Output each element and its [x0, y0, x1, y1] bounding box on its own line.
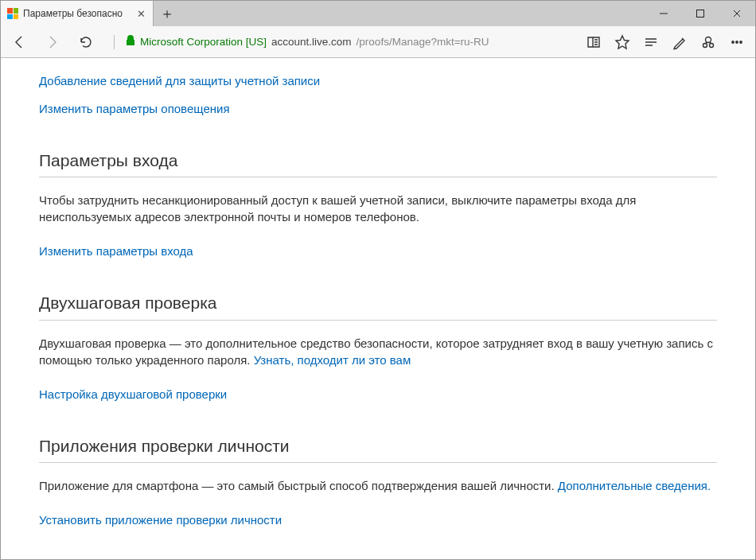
window-titlebar: Параметры безопасно ✕ ＋ [1, 1, 755, 26]
window-close-button[interactable] [719, 1, 755, 26]
link-setup-two-step[interactable]: Настройка двухшаговой проверки [39, 386, 717, 402]
share-icon[interactable] [695, 29, 722, 56]
link-two-step-learn[interactable]: Узнать, подходит ли это вам [254, 353, 411, 367]
reading-view-icon[interactable] [580, 29, 607, 56]
heading-identity-apps: Приложения проверки личности [39, 434, 717, 457]
svg-rect-0 [697, 10, 704, 18]
link-identity-more[interactable]: Дополнительные сведения. [558, 479, 711, 492]
svg-point-6 [740, 41, 742, 42]
page-content: Добавление сведений для защиты учетной з… [1, 58, 755, 560]
close-tab-icon[interactable]: ✕ [135, 8, 146, 20]
refresh-button[interactable] [72, 29, 99, 56]
url-path: /proofs/Manage?mkt=ru-RU [357, 36, 489, 48]
favorites-icon[interactable] [609, 29, 636, 56]
two-step-description: Двухшаговая проверка — это дополнительно… [39, 335, 717, 368]
svg-point-5 [736, 41, 738, 42]
svg-point-4 [732, 41, 734, 42]
back-button[interactable] [6, 29, 33, 56]
window-minimize-button[interactable] [645, 1, 682, 26]
svg-point-3 [710, 43, 714, 47]
link-add-security-info[interactable]: Добавление сведений для защиты учетной з… [39, 72, 717, 89]
more-icon[interactable] [723, 29, 750, 56]
svg-point-1 [706, 37, 711, 42]
svg-point-2 [703, 43, 707, 47]
new-tab-button[interactable]: ＋ [154, 1, 181, 26]
heading-two-step: Двухшаговая проверка [39, 291, 717, 314]
address-bar[interactable]: Microsoft Corporation [US] account.live.… [106, 29, 574, 55]
divider [39, 177, 717, 177]
tab-title: Параметры безопасно [23, 8, 131, 19]
link-install-identity-app[interactable]: Установить приложение проверки личности [39, 511, 717, 528]
webnote-icon[interactable] [666, 29, 693, 56]
divider [39, 462, 717, 463]
link-change-signin[interactable]: Изменить параметры входа [39, 243, 717, 259]
lock-icon [126, 35, 135, 49]
forward-button[interactable] [39, 29, 66, 56]
signin-description: Чтобы затруднить несанкционированный дос… [39, 192, 717, 225]
window-maximize-button[interactable] [682, 1, 719, 26]
link-change-alerts[interactable]: Изменить параметры оповещения [39, 100, 717, 117]
hub-icon[interactable] [637, 29, 664, 56]
browser-toolbar: Microsoft Corporation [US] account.live.… [1, 26, 755, 58]
heading-signin-options: Параметры входа [39, 149, 717, 172]
microsoft-favicon [7, 8, 18, 19]
identity-apps-text: Приложение для смартфона — это самый быс… [39, 479, 558, 492]
url-host: account.live.com [271, 36, 352, 48]
divider [39, 320, 717, 321]
identity-apps-description: Приложение для смартфона — это самый быс… [39, 477, 717, 494]
certificate-label: Microsoft Corporation [US] [140, 36, 267, 48]
browser-tab[interactable]: Параметры безопасно ✕ [1, 1, 154, 26]
